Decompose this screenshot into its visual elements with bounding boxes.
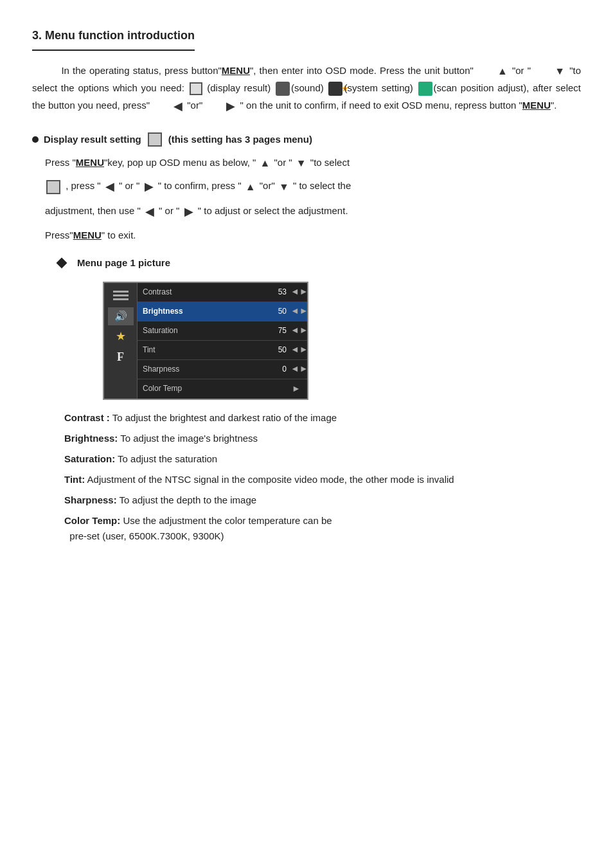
osd-row-sharpness: Sharpness 0 ◄► <box>138 360 307 379</box>
lines-icon <box>113 291 129 300</box>
descriptions-list: Contrast : To adjust the brightest and d… <box>64 410 581 544</box>
display-bullet-header: Display result setting (this setting has… <box>32 131 581 148</box>
display-result-section: Display result setting (this setting has… <box>32 131 581 243</box>
osd-value-saturation: 75 <box>269 324 287 337</box>
display-icon-header <box>148 132 162 147</box>
osd-row-tint: Tint 50 ◄► <box>138 341 307 360</box>
display-label: Display result setting <box>44 131 141 148</box>
display-icon-inline <box>46 180 60 194</box>
osd-arrows-colortemp: ► <box>290 381 302 397</box>
osd-row-brightness: Brightness 50 ◄► <box>138 302 307 321</box>
arrow-down-icon-1: ▼ <box>535 62 565 80</box>
osd-row-colortemp: Color Temp ► <box>138 379 307 399</box>
osd-arrows-saturation: ◄► <box>290 323 302 338</box>
sound-icon: ♫ <box>276 82 290 96</box>
intro-paragraph: In the operating status, press button"ME… <box>32 62 581 116</box>
page-title: 3. Menu function introduction <box>32 26 195 51</box>
arrow-up-icon-2: ▲ <box>260 154 271 172</box>
speaker-icon: 🔊 <box>114 307 127 325</box>
osd-label-contrast: Contrast <box>143 285 265 298</box>
osd-row-saturation: Saturation 75 ◄► <box>138 321 307 341</box>
osd-arrows-sharpness: ◄► <box>290 361 302 377</box>
menu-keyword-2: MENU <box>522 100 551 111</box>
osd-value-contrast: 53 <box>269 285 287 298</box>
desc-tint-label: Tint: <box>64 474 85 485</box>
arrow-left-icon-3: ◀ <box>145 202 154 222</box>
desc-brightness: Brightness: To adjust the image's bright… <box>64 431 581 446</box>
desc-colortemp-label: Color Temp: <box>64 515 120 526</box>
system-setting-icon: ★ <box>328 82 342 96</box>
osd-sidebar: 🔊 ★ F <box>104 283 138 399</box>
arrow-right-icon-3: ▶ <box>184 202 193 222</box>
desc-contrast: Contrast : To adjust the brightest and d… <box>64 410 581 426</box>
arrow-right-icon-1: ▶ <box>207 96 235 116</box>
osd-label-colortemp: Color Temp <box>143 382 265 395</box>
menu-keyword-3: MENU <box>76 157 104 168</box>
menu-page-title: Menu page 1 picture <box>77 255 170 271</box>
desc-contrast-text: To adjust the brightest and darkest rati… <box>112 412 337 423</box>
page-wrapper: 3. Menu function introduction In the ope… <box>32 26 581 544</box>
f-letter-icon: F <box>117 347 124 367</box>
sidebar-item-display <box>108 287 134 305</box>
desc-brightness-label: Brightness: <box>64 433 118 444</box>
intro-section: In the operating status, press button"ME… <box>32 62 581 116</box>
desc-sharpness: Sharpness: To adjust the depth to the im… <box>64 493 581 508</box>
desc-sharpness-text: To adjust the depth to the image <box>120 494 256 505</box>
display-note: (this setting has 3 pages menu) <box>168 131 312 148</box>
scan-position-icon: F <box>418 82 432 96</box>
desc-contrast-label: Contrast : <box>64 412 110 423</box>
osd-label-saturation: Saturation <box>143 324 265 337</box>
display-result-icon <box>190 82 202 95</box>
display-para-3: adjustment, then use " ◀ " or " ▶ " to a… <box>45 202 581 222</box>
diamond-bullet-icon <box>57 257 67 268</box>
desc-brightness-text: To adjust the image's brightness <box>120 433 258 444</box>
sidebar-item-sound: 🔊 <box>108 307 134 325</box>
arrow-down-icon-2: ▼ <box>296 154 306 172</box>
osd-label-tint: Tint <box>143 343 265 356</box>
osd-menu-wrapper: 🔊 ★ F Contrast 53 ◄► <box>103 282 581 400</box>
display-para-1: Press "MENU"key, pop up OSD menu as belo… <box>45 154 581 172</box>
osd-row-contrast: Contrast 53 ◄► <box>138 283 307 302</box>
osd-value-tint: 50 <box>269 343 287 356</box>
osd-label-sharpness: Sharpness <box>143 363 265 375</box>
display-para-2: , press " ◀ " or " ▶ " to confirm, press… <box>45 177 581 197</box>
osd-value-sharpness: 0 <box>269 363 287 375</box>
desc-saturation-text: To adjust the saturation <box>118 453 217 464</box>
sidebar-item-system: ★ <box>108 328 134 346</box>
menu-page-section: Menu page 1 picture 🔊 <box>51 255 581 544</box>
arrow-down-icon-3: ▼ <box>279 178 289 195</box>
bullet-dot-icon <box>32 136 39 143</box>
osd-arrows-contrast: ◄► <box>290 284 302 300</box>
arrow-left-icon-2: ◀ <box>105 177 114 197</box>
menu-keyword-1: MENU <box>222 65 250 76</box>
sidebar-item-scan: F <box>108 348 134 366</box>
menu-keyword-4: MENU <box>73 230 102 240</box>
osd-label-brightness: Brightness <box>143 305 265 318</box>
arrow-right-icon-2: ▶ <box>145 177 154 197</box>
arrow-up-icon-1: ▲ <box>478 62 508 80</box>
osd-arrows-brightness: ◄► <box>290 303 302 319</box>
osd-arrows-tint: ◄► <box>290 342 302 357</box>
osd-menu: 🔊 ★ F Contrast 53 ◄► <box>103 282 308 400</box>
desc-colortemp: Color Temp: Use the adjustment the color… <box>64 513 581 544</box>
arrow-left-icon-1: ◀ <box>154 96 182 116</box>
desc-tint-text: Adjustment of the NTSC signal in the com… <box>87 474 454 485</box>
display-para-4: Press"MENU" to exit. <box>45 227 581 244</box>
star-icon: ★ <box>116 327 126 347</box>
menu-page-header: Menu page 1 picture <box>51 255 581 271</box>
osd-rows: Contrast 53 ◄► Brightness 50 ◄► Saturati… <box>138 283 307 399</box>
desc-saturation: Saturation: To adjust the saturation <box>64 451 581 467</box>
desc-sharpness-label: Sharpness: <box>64 494 117 505</box>
arrow-up-icon-3: ▲ <box>245 178 256 195</box>
osd-value-brightness: 50 <box>269 305 287 318</box>
desc-tint: Tint: Adjustment of the NTSC signal in t… <box>64 472 581 487</box>
desc-saturation-label: Saturation: <box>64 453 115 464</box>
